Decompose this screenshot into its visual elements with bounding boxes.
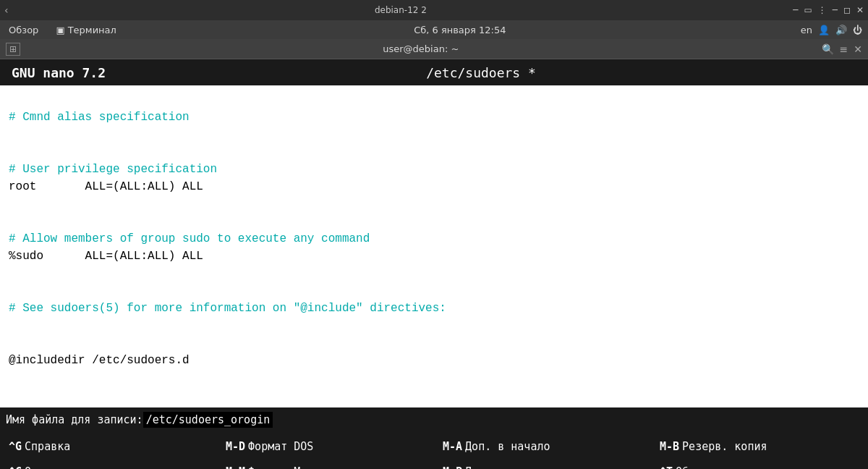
topbar-right: ─ ▭ ⋮ ─ ◻ ✕ (793, 5, 864, 15)
tab-title: user@debian: ~ (383, 43, 459, 54)
shortcut-label-prepend: Доп. в начало (465, 440, 550, 453)
editor-empty-line (9, 334, 859, 352)
shortcut-prepend: M-A Доп. в начало (434, 434, 651, 459)
window-menu-icon[interactable]: ‹ (4, 4, 9, 16)
filename-input[interactable]: /etc/sudoers_orogin (143, 412, 273, 428)
close-button[interactable]: ✕ (856, 5, 864, 15)
menu-icon[interactable]: ≡ (840, 43, 848, 55)
menubar-datetime: Сб, 6 января 12:54 (414, 25, 506, 35)
restore-button[interactable]: ◻ (843, 5, 851, 15)
filename-label: Имя файла для записи: (6, 413, 143, 426)
editor-line-comment3: # Allow members of group sudo to execute… (9, 230, 859, 248)
editor-empty-line (9, 143, 859, 161)
shortcut-key-backup: M-B (660, 440, 679, 453)
terminal-icon: ▣ (56, 25, 64, 35)
editor-line-root: root ALL=(ALL:ALL) ALL (9, 178, 859, 195)
editor-empty-line (9, 317, 859, 334)
editor-empty-line (9, 195, 859, 213)
menubar-left: Обзор ▣ Терминал (6, 23, 119, 37)
volume-icon[interactable]: 🔊 (835, 25, 847, 35)
nano-header: GNU nano 7.2 /etc/sudoers * (0, 59, 868, 85)
editor-empty-line (9, 91, 859, 109)
tabbar: ⊞ user@debian: ~ 🔍 ≡ ✕ (0, 39, 868, 59)
nano-filename: /etc/sudoers * (426, 65, 536, 80)
menubar-right: en 👤 🔊 ⏻ (801, 25, 862, 35)
maximize-icon[interactable]: ▭ (804, 5, 812, 15)
new-tab-icon[interactable]: ⊞ (6, 43, 20, 56)
editor-line-includedir: @includedir /etc/sudoers.d (9, 352, 859, 369)
keyboard-layout-indicator[interactable]: en (801, 25, 812, 35)
editor-line-comment2: # User privilege specification (9, 161, 859, 178)
shortcut-append: M-P Доп. в конец (434, 459, 651, 469)
power-icon[interactable]: ⏻ (853, 25, 862, 35)
shortcut-label-mac: Формат Mac (248, 465, 313, 470)
shortcut-label-cancel: Отмена (25, 465, 64, 470)
shortcut-key-prepend: M-A (443, 440, 462, 453)
shortcut-key-help: ^G (9, 440, 22, 453)
nano-version: GNU nano 7.2 (12, 65, 106, 80)
topbar-left: ‹ (4, 4, 9, 16)
editor-line-comment1: # Cmnd alias specification (9, 109, 859, 126)
window-title: debian-12 2 (375, 5, 427, 15)
shortcut-label-backup: Резерв. копия (682, 440, 767, 453)
close-tab-icon[interactable]: ✕ (854, 43, 862, 55)
shortcut-browse: ^T Обзор (651, 459, 868, 469)
shortcut-key-browse: ^T (660, 465, 673, 470)
topbar: ‹ debian-12 2 ─ ▭ ⋮ ─ ◻ ✕ (0, 0, 868, 20)
shortcut-label-dos: Формат DOS (248, 440, 313, 453)
tabbar-left: ⊞ (6, 43, 20, 56)
shortcut-mac-format: M-M Формат Mac (217, 459, 434, 469)
editor-line-comment4: # See sudoers(5) for more information on… (9, 300, 859, 317)
user-icon[interactable]: 👤 (818, 25, 830, 35)
menu-item-terminal[interactable]: ▣ Терминал (53, 23, 119, 37)
menu-item-overview[interactable]: Обзор (6, 23, 41, 37)
shortcut-key-dos: M-D (226, 440, 245, 453)
shortcut-dos-format: M-D Формат DOS (217, 434, 434, 459)
shortcut-cancel: ^C Отмена (0, 459, 217, 469)
shortcut-backup: M-B Резерв. копия (651, 434, 868, 459)
editor-empty-line (9, 126, 859, 143)
minimize-button[interactable]: ─ (833, 5, 838, 15)
editor-line-sudo: %sudo ALL=(ALL:ALL) ALL (9, 248, 859, 265)
shortcut-label-help: Справка (25, 440, 70, 453)
editor[interactable]: # Cmnd alias specification # User privil… (0, 85, 868, 407)
editor-empty-line (9, 265, 859, 282)
tabbar-right: 🔍 ≡ ✕ (822, 43, 862, 55)
shortcut-label-browse: Обзор (676, 465, 708, 470)
editor-empty-line (9, 213, 859, 230)
shortcut-key-cancel: ^C (9, 465, 22, 470)
minimize-icon[interactable]: ─ (793, 5, 798, 15)
shortcut-help: ^G Справка (0, 434, 217, 459)
shortcut-key-append: M-P (443, 465, 462, 470)
overflow-icon[interactable]: ⋮ (818, 5, 827, 15)
search-icon[interactable]: 🔍 (822, 43, 834, 55)
filename-bar: Имя файла для записи: /etc/sudoers_orogi… (0, 407, 868, 432)
shortcut-label-append: Доп. в конец (465, 465, 543, 470)
shortcut-key-mac: M-M (226, 465, 245, 470)
shortcuts-bar: ^G Справка M-D Формат DOS M-A Доп. в нач… (0, 432, 868, 469)
editor-empty-line (9, 282, 859, 300)
menubar: Обзор ▣ Терминал Сб, 6 января 12:54 en 👤… (0, 20, 868, 39)
